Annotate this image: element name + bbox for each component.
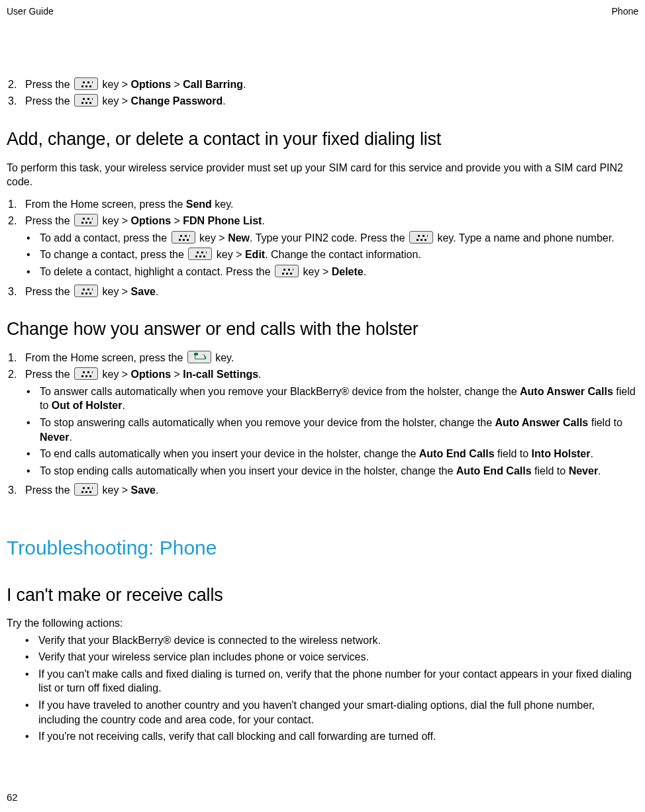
list-item: •If you have traveled to another country… bbox=[24, 698, 638, 727]
bullet-body: To delete a contact, highlight a contact… bbox=[40, 265, 638, 279]
bullet-icon: • bbox=[25, 265, 40, 279]
bullet-body: To add a contact, press the key > New. T… bbox=[40, 231, 638, 246]
bullet-icon: • bbox=[25, 248, 40, 262]
text: key > bbox=[99, 79, 131, 90]
text: . Type your PIN2 code. Press the bbox=[250, 232, 408, 244]
menu-key-icon bbox=[409, 231, 433, 244]
bold-text: Save bbox=[131, 484, 156, 496]
text: > bbox=[171, 369, 183, 380]
text: key. bbox=[212, 199, 234, 210]
bold-text: Send bbox=[186, 199, 212, 210]
bold-text: Save bbox=[131, 286, 156, 297]
bullet-body: To stop ending calls automatically when … bbox=[40, 464, 638, 478]
bullet-icon: • bbox=[25, 231, 40, 246]
text: Press the bbox=[25, 484, 73, 496]
text: key > bbox=[99, 215, 131, 226]
bold-text: New bbox=[228, 232, 250, 244]
list-item: • To add a contact, press the key > New.… bbox=[25, 231, 638, 246]
text: To change a contact, press the bbox=[40, 249, 187, 260]
bullet-body: To answer calls automatically when you r… bbox=[40, 384, 638, 413]
text: field to bbox=[588, 417, 622, 428]
text: key > bbox=[99, 95, 131, 107]
bold-text: Call Barring bbox=[183, 79, 243, 90]
step-1: 1. From the Home screen, press the key. bbox=[7, 351, 638, 365]
list-item: •If you're not receiving calls, verify t… bbox=[24, 729, 638, 744]
bullet-body: Verify that your BlackBerry® device is c… bbox=[38, 633, 638, 648]
text: Press the bbox=[25, 95, 73, 107]
bold-text: Never bbox=[40, 431, 69, 443]
menu-key-icon bbox=[74, 94, 98, 107]
text: key > bbox=[99, 369, 131, 380]
bullet-body: If you can't make calls and fixed dialin… bbox=[38, 667, 638, 696]
bullet-body: If you're not receiving calls, verify th… bbox=[38, 729, 638, 744]
step-body: Press the key > Change Password. bbox=[25, 94, 638, 109]
text: Press the bbox=[25, 79, 73, 90]
step-number: 2. bbox=[7, 367, 25, 480]
step-2: 2. Press the key > Options > In-call Set… bbox=[7, 367, 638, 480]
step-number: 3. bbox=[7, 285, 25, 299]
text: . bbox=[156, 484, 158, 496]
text: . bbox=[243, 79, 246, 90]
sec2-steps: 1. From the Home screen, press the key. … bbox=[7, 351, 638, 498]
step-number: 1. bbox=[7, 351, 25, 365]
header-right: Phone bbox=[612, 5, 638, 18]
step-2: 2. Press the key > Options > Call Barrin… bbox=[7, 77, 638, 92]
text: Press the bbox=[25, 286, 73, 297]
text: From the Home screen, press the bbox=[25, 199, 186, 210]
text: To delete a contact, highlight a contact… bbox=[40, 266, 273, 277]
text: key > bbox=[197, 232, 228, 244]
text: > bbox=[171, 215, 183, 226]
step-body: From the Home screen, press the Send key… bbox=[25, 197, 638, 212]
bullet-icon: • bbox=[25, 447, 40, 461]
text: To add a contact, press the bbox=[40, 232, 170, 244]
sub-bullets: • To add a contact, press the key > New.… bbox=[25, 231, 638, 279]
step-body: Press the key > Options > FDN Phone List… bbox=[25, 214, 638, 281]
text: To stop answering calls automatically wh… bbox=[40, 417, 495, 428]
sub-bullets: • To answer calls automatically when you… bbox=[25, 384, 638, 478]
menu-key-icon bbox=[74, 367, 98, 380]
bullet-icon: • bbox=[25, 384, 40, 413]
bold-text: Edit bbox=[245, 249, 265, 260]
text: Press the bbox=[25, 215, 73, 226]
list-item: • To end calls automatically when you in… bbox=[25, 447, 638, 461]
text: To stop ending calls automatically when … bbox=[40, 465, 456, 476]
bullet-body: To end calls automatically when you inse… bbox=[40, 447, 638, 461]
bullet-icon: • bbox=[24, 698, 38, 727]
text: . bbox=[262, 215, 264, 226]
bold-text: Delete bbox=[332, 266, 364, 277]
text: . bbox=[598, 465, 601, 476]
step-body: Press the key > Options > Call Barring. bbox=[25, 77, 638, 92]
text: . bbox=[122, 400, 124, 411]
troubleshoot-bullets: •Verify that your BlackBerry® device is … bbox=[24, 633, 638, 744]
step-number: 3. bbox=[7, 483, 25, 498]
menu-key-icon bbox=[74, 285, 98, 297]
section-title-fdn: Add, change, or delete a contact in your… bbox=[7, 127, 638, 151]
step-body: Press the key > Save. bbox=[25, 285, 638, 299]
bold-text: Options bbox=[131, 215, 171, 226]
page-header: User Guide Phone bbox=[7, 5, 638, 18]
step-number: 1. bbox=[7, 197, 25, 212]
text: To end calls automatically when you inse… bbox=[40, 448, 419, 459]
list-item: • To stop answering calls automatically … bbox=[25, 416, 638, 444]
bullet-icon: • bbox=[25, 416, 40, 444]
text: To answer calls automatically when you r… bbox=[40, 386, 520, 397]
bullet-body: To stop answering calls automatically wh… bbox=[40, 416, 638, 444]
step-number: 2. bbox=[7, 77, 25, 92]
section-title-holster: Change how you answer or end calls with … bbox=[7, 317, 638, 341]
list-item: • To delete a contact, highlight a conta… bbox=[25, 265, 638, 279]
text: . Change the contact information. bbox=[265, 249, 421, 260]
troubleshoot-block: •Verify that your BlackBerry® device is … bbox=[7, 633, 638, 744]
top-steps-list: 2. Press the key > Options > Call Barrin… bbox=[7, 77, 638, 109]
intro-paragraph: To perform this task, your wireless serv… bbox=[7, 161, 638, 189]
bold-text: Out of Holster bbox=[52, 400, 123, 411]
page-number: 62 bbox=[7, 791, 18, 804]
menu-key-icon bbox=[74, 214, 98, 226]
list-item: •If you can't make calls and fixed diali… bbox=[24, 667, 638, 696]
step-3: 3. Press the key > Save. bbox=[7, 483, 638, 498]
step-number: 2. bbox=[7, 214, 25, 281]
step-3: 3. Press the key > Save. bbox=[7, 285, 638, 299]
step-body: Press the key > Save. bbox=[25, 483, 638, 498]
step-body: Press the key > Options > In-call Settin… bbox=[25, 367, 638, 480]
bold-text: Auto End Calls bbox=[419, 448, 495, 459]
bullet-body: To change a contact, press the key > Edi… bbox=[40, 248, 638, 262]
